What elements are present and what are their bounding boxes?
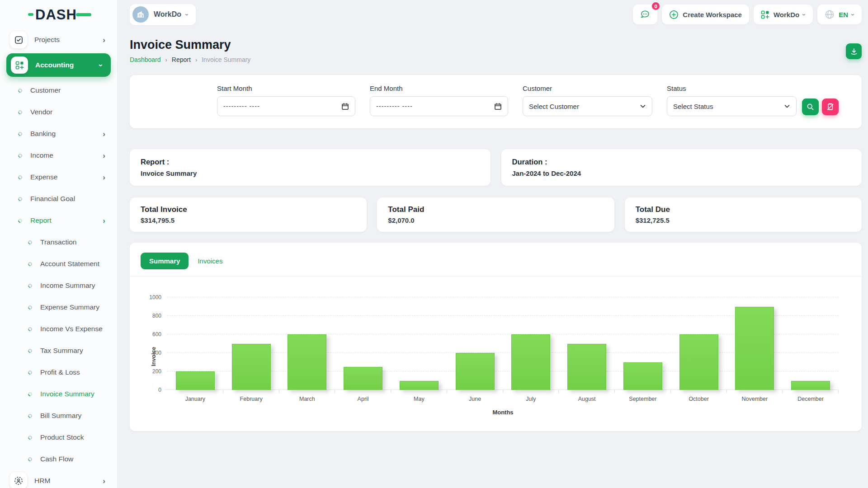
chart-plot: 02004006008001000 bbox=[167, 297, 839, 390]
apply-filter-button[interactable] bbox=[802, 99, 819, 115]
x-tick bbox=[447, 390, 503, 393]
sidebar-item-income[interactable]: Income› bbox=[0, 145, 117, 166]
x-label-october: October bbox=[671, 396, 727, 402]
chart-card: Summary Invoices Invoice 020040060080010… bbox=[130, 243, 862, 431]
reset-filter-button[interactable] bbox=[822, 99, 839, 115]
workspace-menu-label: WorkDo bbox=[774, 11, 799, 19]
x-label-september: September bbox=[615, 396, 671, 402]
calendar-icon bbox=[341, 103, 349, 110]
logo-dash-icon bbox=[28, 13, 33, 16]
bullet-icon bbox=[17, 88, 23, 94]
download-icon bbox=[850, 47, 858, 56]
y-tick-label: 600 bbox=[152, 331, 161, 338]
sidebar-item-customer[interactable]: Customer bbox=[0, 80, 117, 101]
sidebar-item-transaction[interactable]: Transaction bbox=[0, 231, 117, 253]
start-month-placeholder: --------- ---- bbox=[223, 103, 341, 110]
x-label-november: November bbox=[727, 396, 783, 402]
bar-slot bbox=[335, 297, 391, 390]
x-tick bbox=[279, 390, 335, 393]
plus-circle-icon bbox=[669, 10, 679, 19]
chevron-down-icon: › bbox=[184, 14, 191, 16]
sidebar-item-expense[interactable]: Expense› bbox=[0, 166, 117, 188]
bar-june bbox=[456, 353, 495, 390]
chevron-down-icon bbox=[784, 103, 790, 109]
sidebar-item-vendor[interactable]: Vendor bbox=[0, 101, 117, 123]
sidebar-item-label: Income Vs Expense bbox=[40, 325, 105, 333]
sidebar-item-label: Customer bbox=[30, 86, 105, 94]
bullet-icon bbox=[27, 391, 33, 397]
sidebar-item-invoice-summary[interactable]: Invoice Summary bbox=[0, 383, 117, 405]
x-label-december: December bbox=[783, 396, 839, 402]
sidebar-item-hrm[interactable]: HRM› bbox=[0, 470, 117, 488]
sidebar-item-projects[interactable]: Projects› bbox=[0, 29, 117, 51]
sidebar-item-income-vs-expense[interactable]: Income Vs Expense bbox=[0, 318, 117, 340]
x-tick bbox=[167, 390, 223, 393]
bullet-icon bbox=[27, 413, 33, 419]
y-tick-label: 200 bbox=[152, 368, 161, 375]
stats-row: Total Invoice $314,795.5 Total Paid $2,0… bbox=[130, 197, 862, 232]
sidebar-item-tax-summary[interactable]: Tax Summary bbox=[0, 340, 117, 361]
messages-button[interactable]: 0 bbox=[633, 5, 657, 24]
customer-select[interactable]: Select Customer bbox=[523, 96, 652, 116]
create-workspace-button[interactable]: Create Workspace bbox=[662, 5, 749, 24]
chevron-right-icon: › bbox=[195, 56, 197, 63]
sidebar-item-income-summary[interactable]: Income Summary bbox=[0, 275, 117, 296]
total-due-value: $312,725.5 bbox=[636, 216, 851, 224]
breadcrumb-dashboard[interactable]: Dashboard bbox=[130, 56, 161, 63]
tab-summary[interactable]: Summary bbox=[141, 253, 189, 269]
bullet-icon bbox=[27, 456, 33, 462]
chevron-right-icon: › bbox=[165, 56, 167, 63]
sidebar: DASH Projects›Accounting›CustomerVendorB… bbox=[0, 0, 118, 488]
total-paid-value: $2,070.0 bbox=[388, 216, 603, 224]
bar-august bbox=[567, 344, 606, 390]
sidebar-item-accounting[interactable]: Accounting› bbox=[6, 53, 111, 77]
total-invoice-card: Total Invoice $314,795.5 bbox=[130, 197, 367, 232]
status-label: Status bbox=[667, 84, 797, 92]
sidebar-item-product-stock[interactable]: Product Stock bbox=[0, 427, 117, 448]
y-tick-label: 0 bbox=[158, 387, 161, 393]
bar-slot bbox=[503, 297, 559, 390]
sidebar-item-account-statement[interactable]: Account Statement bbox=[0, 253, 117, 275]
sidebar-item-cash-flow[interactable]: Cash Flow bbox=[0, 448, 117, 470]
sidebar-item-label: Income bbox=[30, 151, 103, 160]
bar-december bbox=[791, 381, 830, 390]
x-label-february: February bbox=[223, 396, 279, 402]
x-label-june: June bbox=[447, 396, 503, 402]
workspace-menu-button[interactable]: WorkDo › bbox=[754, 5, 813, 24]
sidebar-item-report[interactable]: Report› bbox=[0, 210, 117, 231]
total-paid-card: Total Paid $2,070.0 bbox=[377, 197, 614, 232]
sidebar-item-banking[interactable]: Banking› bbox=[0, 123, 117, 145]
sidebar-item-financial-goal[interactable]: Financial Goal bbox=[0, 188, 117, 210]
workspace-name: WorkDo bbox=[154, 10, 181, 19]
start-month-input[interactable]: --------- ---- bbox=[217, 96, 355, 116]
x-label-april: April bbox=[335, 396, 391, 402]
bullet-icon bbox=[27, 348, 33, 354]
tabs: Summary Invoices bbox=[130, 243, 862, 277]
hrm-icon bbox=[10, 472, 27, 488]
bar-january bbox=[176, 371, 215, 390]
sidebar-item-label: Profit & Loss bbox=[40, 368, 105, 376]
sidebar-item-label: Financial Goal bbox=[30, 195, 105, 203]
end-month-input[interactable]: --------- ---- bbox=[370, 96, 508, 116]
sidebar-item-profit-loss[interactable]: Profit & Loss bbox=[0, 361, 117, 383]
bar-slot bbox=[279, 297, 335, 390]
sidebar-item-label: Expense bbox=[30, 173, 103, 181]
tab-invoices[interactable]: Invoices bbox=[198, 257, 222, 265]
language-selector[interactable]: EN › bbox=[817, 5, 862, 24]
bar-slot bbox=[783, 297, 839, 390]
chevron-right-icon: › bbox=[103, 36, 105, 44]
y-tick-label: 1000 bbox=[149, 294, 161, 300]
chevron-right-icon: › bbox=[103, 130, 105, 138]
status-select[interactable]: Select Status bbox=[667, 96, 797, 116]
workspace-selector[interactable]: WorkDo › bbox=[130, 4, 196, 25]
page-title: Invoice Summary bbox=[130, 38, 250, 52]
sidebar-item-expense-summary[interactable]: Expense Summary bbox=[0, 296, 117, 318]
x-tick bbox=[671, 390, 727, 393]
app-logo[interactable]: DASH bbox=[28, 8, 91, 22]
sidebar-item-bill-summary[interactable]: Bill Summary bbox=[0, 405, 117, 427]
chevron-down-icon: › bbox=[801, 14, 808, 16]
bar-february bbox=[232, 344, 271, 390]
sidebar-item-label: Invoice Summary bbox=[40, 390, 105, 398]
breadcrumb-report[interactable]: Report bbox=[172, 56, 191, 63]
download-button[interactable] bbox=[846, 43, 862, 59]
